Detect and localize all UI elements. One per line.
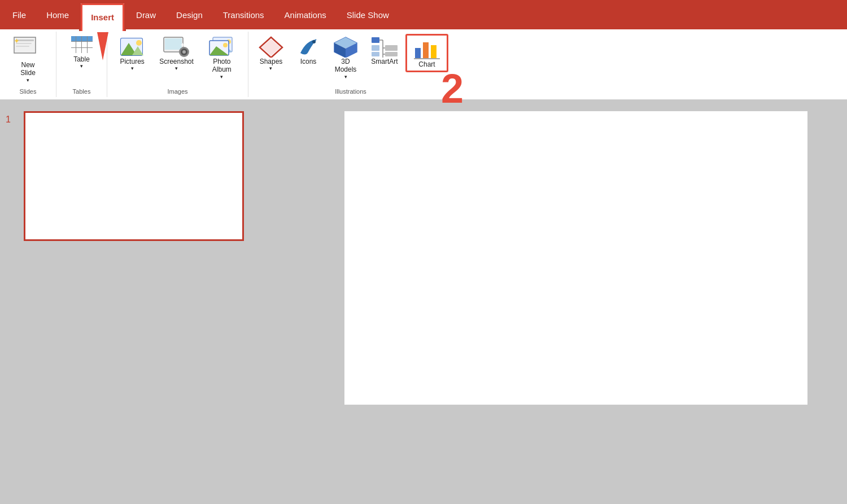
table-label: Table ▾: [73, 55, 90, 69]
screenshot-label: Screenshot ▾: [159, 58, 194, 72]
images-group-label: Images: [167, 88, 187, 95]
3d-models-arrow: ▾: [335, 74, 357, 80]
insert-cursor-arrow: [97, 32, 108, 60]
3d-models-label: 3D Models ▾: [335, 58, 357, 80]
smartart-icon: [370, 36, 399, 58]
svg-rect-30: [372, 45, 379, 51]
smartart-label: SmartArt: [371, 58, 398, 65]
svg-rect-31: [372, 52, 379, 56]
tab-home[interactable]: Home: [36, 0, 79, 29]
photo-album-arrow: ▾: [212, 74, 232, 80]
tab-insert[interactable]: Insert: [79, 2, 126, 31]
svg-marker-23: [261, 39, 281, 56]
illustrations-buttons: Shapes ▾ Icons: [253, 34, 448, 86]
table-button[interactable]: Table ▾: [65, 34, 99, 72]
svg-point-21: [223, 43, 228, 47]
main-area: 1: [0, 100, 847, 504]
icons-button[interactable]: Icons: [290, 34, 326, 68]
slide-item: 1: [6, 111, 299, 241]
tab-draw[interactable]: Draw: [126, 0, 166, 29]
table-arrow: ▾: [73, 63, 90, 69]
new-slide-arrow: ▾: [20, 77, 36, 84]
new-slide-button[interactable]: ✦ New Slide ▾: [7, 34, 49, 86]
tables-buttons: Table ▾: [65, 34, 99, 86]
svg-rect-38: [415, 48, 421, 58]
svg-rect-39: [423, 42, 429, 58]
photo-album-button[interactable]: Photo Album ▾: [203, 34, 241, 82]
tab-slideshow[interactable]: Slide Show: [337, 0, 399, 29]
svg-rect-29: [372, 37, 379, 43]
3d-models-button[interactable]: 3D Models ▾: [328, 34, 364, 82]
tab-file[interactable]: File: [2, 0, 36, 29]
screenshot-arrow: ▾: [159, 65, 194, 72]
svg-rect-37: [385, 52, 398, 56]
tab-animations[interactable]: Animations: [274, 0, 337, 29]
shapes-button[interactable]: Shapes ▾: [253, 34, 289, 74]
icons-label: Icons: [300, 58, 317, 65]
illustrations-group-label: Illustrations: [335, 88, 366, 95]
ribbon-content: ✦ New Slide ▾ Slides: [0, 29, 847, 100]
shapes-arrow: ▾: [260, 65, 283, 72]
pictures-icon: [120, 36, 145, 58]
new-slide-icon: ✦: [13, 36, 43, 61]
screenshot-button[interactable]: + Screenshot ▾: [154, 34, 199, 74]
slide-thumbnail[interactable]: [24, 111, 244, 241]
slide-canvas[interactable]: [344, 111, 807, 405]
svg-rect-11: [165, 38, 182, 50]
icons-icon: [296, 36, 321, 58]
pictures-button[interactable]: Pictures ▾: [114, 34, 150, 74]
chart-icon: [413, 38, 441, 60]
pictures-arrow: ▾: [120, 65, 144, 72]
table-icon: [71, 36, 93, 53]
pictures-label: Pictures ▾: [120, 58, 144, 72]
svg-point-14: [182, 50, 186, 54]
svg-rect-3: [16, 46, 29, 47]
svg-point-24: [312, 40, 316, 43]
new-slide-label: New Slide ▾: [20, 61, 36, 84]
images-group: Pictures ▾ +: [107, 32, 248, 97]
screenshot-icon: +: [163, 36, 190, 58]
svg-rect-36: [385, 45, 398, 51]
tab-transitions[interactable]: Transitions: [213, 0, 274, 29]
svg-rect-40: [431, 45, 436, 58]
slides-buttons: ✦ New Slide ▾: [7, 34, 49, 86]
chart-button[interactable]: Chart 2: [405, 34, 448, 72]
images-buttons: Pictures ▾ +: [114, 34, 241, 86]
ribbon: File Home Insert Draw Design Transitions…: [0, 0, 847, 100]
slides-group: ✦ New Slide ▾ Slides: [0, 32, 56, 97]
tab-design[interactable]: Design: [166, 0, 213, 29]
chart-label: Chart: [418, 60, 435, 68]
3d-models-icon: [333, 36, 358, 58]
svg-text:✦: ✦: [14, 37, 20, 45]
slide-number: 1: [6, 111, 19, 125]
illustrations-group: Shapes ▾ Icons: [248, 32, 453, 97]
annotation-number-2: 2: [441, 68, 464, 109]
main-canvas: [305, 100, 847, 504]
photo-album-label: Photo Album ▾: [212, 58, 232, 80]
svg-text:+: +: [181, 41, 185, 49]
slide-panel: 1: [0, 100, 305, 504]
svg-point-9: [136, 40, 142, 46]
shapes-icon: [259, 36, 283, 58]
tables-group-label: Tables: [73, 88, 91, 95]
smartart-button[interactable]: SmartArt: [365, 34, 404, 68]
slides-group-label: Slides: [20, 88, 37, 95]
tab-bar: File Home Insert Draw Design Transitions…: [0, 0, 847, 29]
shapes-label: Shapes ▾: [260, 58, 283, 72]
photo-album-icon: [208, 36, 235, 58]
